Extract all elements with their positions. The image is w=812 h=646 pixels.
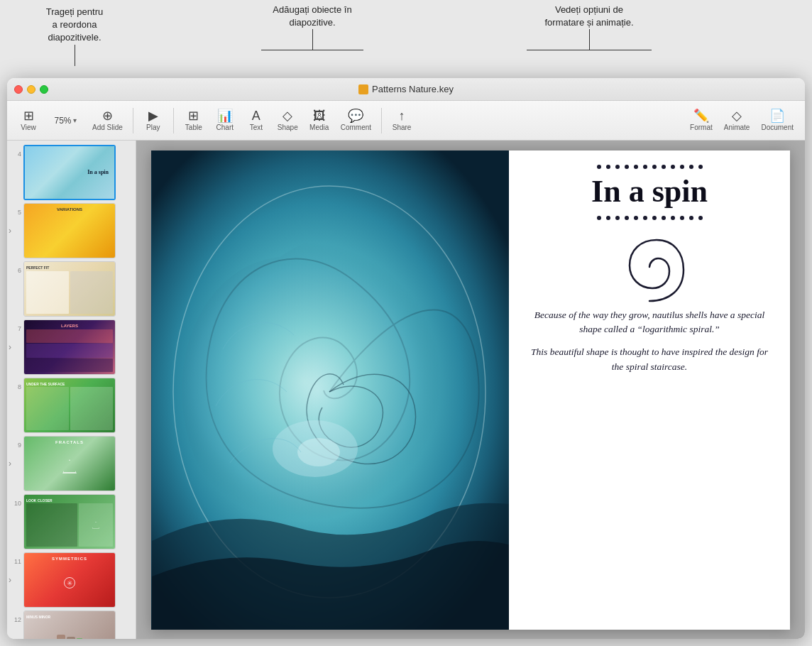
table-button[interactable]: ⊞ Table: [178, 106, 209, 134]
dot: [698, 216, 703, 220]
callout-add: Adăugați obiecte în diapozitive.: [248, 4, 376, 29]
document-button[interactable]: 📄 Document: [755, 106, 799, 134]
window-title: Patterns Nature.key: [358, 84, 454, 94]
dot: [671, 216, 675, 220]
slide-item-6[interactable]: 6 Perfect fit: [7, 260, 136, 318]
format-button[interactable]: ✏️ Format: [684, 106, 718, 134]
dot: [680, 216, 684, 220]
dot: [606, 165, 610, 169]
close-button[interactable]: [14, 85, 23, 94]
media-button[interactable]: 🖼 Media: [304, 106, 335, 134]
slide-panel[interactable]: 4 In a spin 5 VARIATIONS: [7, 141, 136, 639]
view-icon: ⊞: [23, 109, 34, 122]
slide-photo-bg: [151, 150, 522, 630]
slide-right-panel: In a spin: [509, 150, 790, 630]
main-area: 4 In a spin 5 VARIATIONS: [7, 141, 805, 639]
dot: [597, 216, 601, 220]
share-button[interactable]: ↑ Share: [386, 106, 417, 134]
text-icon: A: [252, 109, 260, 122]
dot: [652, 216, 657, 220]
dot: [625, 165, 629, 169]
dot: [606, 216, 610, 220]
dot: [615, 165, 620, 169]
document-icon: 📄: [769, 109, 785, 122]
toolbar-separator-1: [133, 108, 133, 133]
zoom-button[interactable]: 75% ▾: [44, 113, 87, 128]
keynote-file-icon: [358, 84, 368, 94]
spiral-icon: [614, 231, 685, 302]
format-icon: ✏️: [693, 109, 709, 122]
dot: [662, 165, 666, 169]
slide-body-2: This beautiful shape is thought to have …: [527, 345, 772, 374]
dot: [634, 165, 638, 169]
dot: [680, 165, 684, 169]
comment-icon: 💬: [348, 109, 363, 122]
callout-area: Trageți pentru a reordona diapozitivele.…: [0, 0, 812, 85]
comment-button[interactable]: 💬 Comment: [335, 106, 377, 134]
play-button[interactable]: ▶ Play: [138, 106, 169, 134]
chart-button[interactable]: 📊 Chart: [209, 106, 241, 134]
slide-thumb-8: Under the surface: [23, 378, 116, 433]
toolbar: ⊞ View 75% ▾ ⊕ Add Slide ▶ Play ⊞ Table …: [7, 101, 805, 141]
dot: [625, 216, 629, 220]
animate-icon: ◇: [732, 109, 742, 122]
dot: [698, 165, 703, 169]
add-slide-icon: ⊕: [102, 109, 113, 122]
slide-item-12[interactable]: 12 Minus minor: [7, 609, 136, 639]
slide-canvas[interactable]: In a spin: [151, 150, 790, 630]
dot: [597, 165, 601, 169]
slide-thumb-9: FRACTALS: [23, 436, 116, 491]
shape-button[interactable]: ◇ Shape: [272, 106, 304, 134]
minimize-button[interactable]: [27, 85, 35, 94]
slide-title: In a spin: [591, 175, 708, 209]
slide-thumb-5: VARIATIONS: [23, 203, 116, 258]
slide-item-11[interactable]: 11 SYMMETRICS ✳: [7, 551, 136, 609]
dot: [671, 165, 675, 169]
dot: [634, 216, 638, 220]
toolbar-separator-3: [381, 108, 382, 133]
canvas-area: In a spin: [136, 141, 805, 639]
play-icon: ▶: [148, 109, 158, 122]
slide-thumb-11: SYMMETRICS ✳: [23, 552, 116, 608]
view-button[interactable]: ⊞ View: [13, 106, 44, 134]
slide-item-9[interactable]: 9 FRACTALS: [7, 434, 136, 493]
keynote-window: Patterns Nature.key ⊞ View 75% ▾ ⊕ Add S…: [7, 78, 805, 639]
slide-item-5[interactable]: 5 VARIATIONS: [7, 202, 136, 260]
dot: [615, 216, 620, 220]
dot: [643, 216, 647, 220]
slide-item-10[interactable]: 10 Look closer: [7, 493, 136, 551]
slide-thumb-4: In a spin: [23, 145, 116, 200]
slide-item-4[interactable]: 4 In a spin: [7, 143, 136, 202]
maximize-button[interactable]: [40, 85, 48, 94]
slide-body-1: Because of the way they grow, nautilus s…: [527, 308, 772, 337]
slide-thumb-7: LAYERS: [23, 319, 116, 375]
slide-thumb-12: Minus minor: [23, 611, 116, 639]
slide-thumb-10: Look closer: [23, 494, 116, 549]
media-icon: 🖼: [313, 109, 326, 122]
animate-button[interactable]: ◇ Animate: [718, 106, 756, 134]
table-icon: ⊞: [188, 109, 199, 122]
dot: [652, 165, 657, 169]
chart-icon: 📊: [217, 109, 233, 122]
slide-thumb-6: Perfect fit: [23, 261, 116, 317]
shape-icon: ◇: [282, 109, 292, 122]
dot: [689, 216, 693, 220]
window-buttons: [14, 85, 48, 94]
slide-item-7[interactable]: 7 LAYERS: [7, 318, 136, 376]
slide-item-8[interactable]: 8 Under the surface: [7, 376, 136, 434]
dot: [643, 165, 647, 169]
add-slide-button[interactable]: ⊕ Add Slide: [87, 106, 128, 134]
share-icon: ↑: [399, 109, 405, 122]
text-button[interactable]: A Text: [241, 106, 272, 134]
svg-point-3: [297, 438, 340, 466]
dot: [689, 165, 693, 169]
bottom-dots: [527, 216, 772, 220]
dot: [662, 216, 666, 220]
toolbar-separator-2: [173, 108, 174, 133]
titlebar: Patterns Nature.key: [7, 78, 805, 101]
top-dots: [527, 165, 772, 169]
callout-format: Vedeți opțiuni de formatare și animație.: [511, 4, 667, 29]
callout-reorder: Trageți pentru a reordona diapozitivele.: [21, 6, 128, 45]
